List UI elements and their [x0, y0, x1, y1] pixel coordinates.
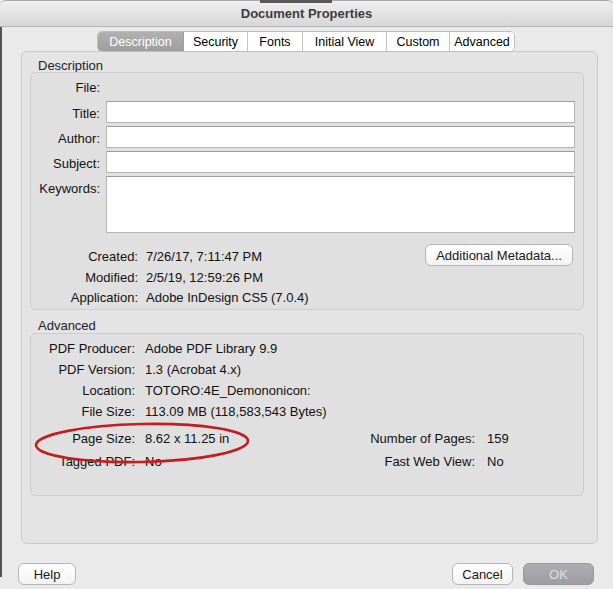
location-value: TOTORO:4E_Demononicon: [145, 383, 311, 398]
pdf-version-label: PDF Version: [30, 362, 135, 377]
file-size-value: 113.09 MB (118,583,543 Bytes) [145, 404, 327, 419]
fast-web-view-label: Fast Web View: [330, 454, 475, 469]
tagged-pdf-label: Tagged PDF: [30, 454, 135, 469]
tab-advanced[interactable]: Advanced [450, 32, 514, 51]
tab-bar: Description Security Fonts Initial View … [97, 31, 515, 52]
title-bar[interactable]: Document Properties [0, 0, 613, 27]
page-size-label: Page Size: [30, 431, 135, 446]
window-title: Document Properties [241, 6, 372, 21]
created-label: Created: [30, 249, 138, 264]
author-field[interactable] [106, 126, 575, 148]
page-size-value: 8.62 x 11.25 in [145, 431, 229, 446]
tagged-pdf-value: No [145, 454, 162, 469]
background-window-edge-top [260, 0, 332, 3]
location-label: Location: [30, 383, 135, 398]
tab-initial-view[interactable]: Initial View [303, 32, 387, 51]
file-label: File: [30, 80, 100, 95]
description-section-label: Description [38, 58, 103, 73]
tab-description[interactable]: Description [98, 32, 184, 51]
created-value: 7/26/17, 7:11:47 PM [146, 249, 262, 264]
additional-metadata-button[interactable]: Additional Metadata... [425, 244, 573, 266]
advanced-section-label: Advanced [38, 318, 96, 333]
cancel-button[interactable]: Cancel [452, 563, 513, 585]
fast-web-view-value: No [487, 454, 504, 469]
help-button[interactable]: Help [18, 563, 76, 585]
pdf-producer-label: PDF Producer: [30, 341, 135, 356]
subject-label: Subject: [30, 156, 100, 171]
tab-fonts[interactable]: Fonts [248, 32, 303, 51]
keywords-label: Keywords: [30, 181, 100, 196]
background-window-edge-left [0, 27, 2, 577]
modified-label: Modified: [30, 270, 138, 285]
document-properties-dialog: Document Properties Description Security… [0, 0, 613, 589]
pdf-producer-value: Adobe PDF Library 9.9 [145, 341, 277, 356]
file-size-label: File Size: [30, 404, 135, 419]
tab-custom[interactable]: Custom [387, 32, 450, 51]
application-label: Application: [30, 290, 138, 305]
title-field[interactable] [106, 101, 575, 123]
number-of-pages-value: 159 [487, 431, 509, 446]
tab-security[interactable]: Security [184, 32, 248, 51]
number-of-pages-label: Number of Pages: [330, 431, 475, 446]
title-label: Title: [30, 106, 100, 121]
application-value: Adobe InDesign CS5 (7.0.4) [146, 290, 309, 305]
keywords-field[interactable] [106, 176, 575, 233]
ok-button[interactable]: OK [523, 563, 594, 585]
author-label: Author: [30, 131, 100, 146]
pdf-version-value: 1.3 (Acrobat 4.x) [145, 362, 241, 377]
modified-value: 2/5/19, 12:59:26 PM [146, 270, 263, 285]
subject-field[interactable] [106, 151, 575, 173]
